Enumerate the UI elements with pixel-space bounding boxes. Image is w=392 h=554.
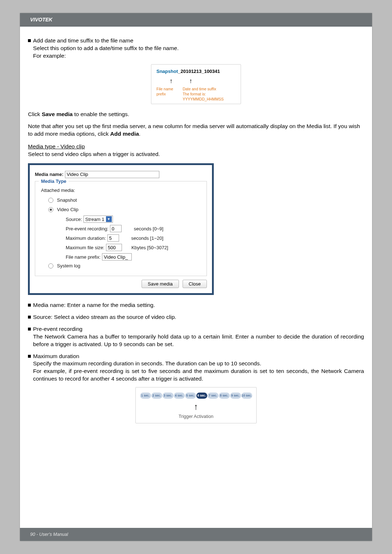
- example-suffix: _20101213_100341: [178, 69, 220, 74]
- snapshot-label: Snapshot: [57, 197, 77, 204]
- timeline-bubble: 4 sec.: [174, 393, 185, 399]
- suffix-title: Add date and time suffix to the file nam…: [33, 37, 179, 45]
- media-name-label: Media name:: [35, 171, 64, 178]
- videoclip-option[interactable]: Video Clip: [48, 206, 201, 213]
- bullet-source: Source: Select a video stream as the sou…: [28, 313, 364, 321]
- pre-event-hint: seconds [0~9]: [134, 226, 163, 232]
- prefix-input[interactable]: [102, 253, 132, 260]
- prefix-label: File name prefix:: [66, 254, 101, 260]
- radio-icon[interactable]: [48, 263, 53, 268]
- media-type-line: Select to send video clips when a trigge…: [28, 151, 364, 158]
- videoclip-label: Video Clip: [57, 206, 78, 213]
- save-media-button[interactable]: Save media: [142, 280, 179, 288]
- timeline-bubble: 9 sec.: [230, 393, 241, 399]
- snapshot-option[interactable]: Snapshot: [48, 197, 201, 204]
- suffix-bullet: Add date and time suffix to the file nam…: [28, 37, 364, 60]
- bullet-max-duration-title: Maximum duration: [33, 353, 364, 360]
- bullet-max-duration-line1: Specify the maximum recording duration i…: [33, 360, 364, 368]
- pre-event-label: Pre-event recording:: [66, 226, 109, 232]
- example-filename: Snapshot_20101213_100341: [156, 68, 237, 75]
- note-bold: Add media: [110, 131, 139, 137]
- filename-example-box: Snapshot_20101213_100341 ↑ ↑ File name p…: [151, 64, 241, 104]
- radio-icon[interactable]: [48, 198, 53, 203]
- timeline-bubble: 1 sec.: [140, 393, 151, 399]
- form-button-row: Save media Close: [35, 280, 207, 288]
- bullet-max-duration: Maximum duration Specify the maximum rec…: [28, 353, 364, 383]
- videoclip-subfields: Source: Stream 1 ▼ Pre-event recording: …: [48, 216, 201, 260]
- note-part2: .: [139, 131, 140, 137]
- suffix-text-block: Add date and time suffix to the file nam…: [33, 37, 179, 60]
- bullet-source-text: Source: Select a video stream as the sou…: [33, 313, 176, 321]
- square-bullet-icon: [28, 355, 31, 358]
- pre-event-row: Pre-event recording: seconds [0~9]: [66, 225, 201, 232]
- bullet-pre-event: Pre-event recording The Network Camera h…: [28, 325, 364, 348]
- fieldset-legend: Media Type: [39, 178, 69, 185]
- square-bullet-icon: [28, 304, 31, 307]
- suffix-line2: For example:: [33, 52, 179, 60]
- bullet-pre-event-title: Pre-event recording: [33, 325, 364, 333]
- max-size-label: Maximum file size:: [66, 245, 105, 251]
- timeline-bubble: 3 sec.: [163, 393, 173, 399]
- media-name-input[interactable]: [65, 171, 159, 178]
- note-part1: Note that after you set up the first med…: [28, 123, 360, 137]
- arrow-up-icon: ↑: [170, 77, 173, 85]
- max-duration-input[interactable]: [107, 234, 119, 242]
- max-duration-hint: seconds [1~20]: [131, 235, 164, 242]
- timeline-bubble: 8 sec.: [219, 393, 230, 399]
- click-save-pre: Click: [28, 111, 42, 117]
- prefix-row: File name prefix:: [66, 253, 201, 260]
- timeline-bubble: 2 sec.: [151, 393, 162, 399]
- source-row: Source: Stream 1 ▼: [66, 216, 201, 223]
- max-duration-label: Maximum duration:: [66, 235, 106, 242]
- media-type-heading: Media type - Video clip: [28, 143, 364, 151]
- chevron-down-icon[interactable]: ▼: [106, 216, 112, 222]
- radio-icon[interactable]: [48, 207, 53, 212]
- example-labels: File name prefix Date and time suffix Th…: [156, 86, 237, 102]
- suffix-line1: Select this option to add a date/time su…: [33, 45, 179, 52]
- square-bullet-icon: [28, 328, 31, 331]
- timeline-bubble: 7 sec.: [208, 393, 219, 399]
- bullet-pre-event-text: The Network Camera has a buffer to tempo…: [33, 333, 364, 348]
- example-label-format: The format is: YYYYMMDD_HHMMSS: [183, 91, 237, 102]
- timeline-bubble: 10 sec.: [241, 393, 252, 399]
- arrow-up-icon: ↑: [139, 401, 253, 413]
- footer-bar: 90 - User's Manual: [20, 528, 372, 541]
- click-save-post: to enable the settings.: [73, 111, 129, 117]
- example-label-prefix: File name prefix: [156, 86, 179, 102]
- brand-text: VIVOTEK: [30, 17, 52, 22]
- timeline-box: 1 sec.2 sec.3 sec.4 sec.5 sec.6 sec.7 se…: [135, 387, 257, 423]
- click-save-bold: Save media: [42, 111, 73, 117]
- max-size-hint: Kbytes [50~3072]: [131, 245, 168, 251]
- bullet-max-duration-line2: For example, if pre-event recording is s…: [33, 368, 364, 383]
- max-size-input[interactable]: [106, 244, 122, 251]
- header-bar: VIVOTEK: [20, 13, 372, 26]
- square-bullet-icon: [28, 316, 31, 319]
- media-name-row: Media name:: [35, 171, 207, 178]
- note-paragraph: Note that after you set up the first med…: [28, 123, 364, 138]
- attached-media-label: Attached media:: [41, 187, 201, 194]
- source-label: Source:: [66, 216, 82, 223]
- bullet-pre-event-body: Pre-event recording The Network Camera h…: [33, 325, 364, 348]
- footer-text: 90 - User's Manual: [30, 532, 68, 537]
- source-select[interactable]: Stream 1 ▼: [83, 216, 113, 223]
- click-save-line: Click Save media to enable the settings.: [28, 111, 364, 118]
- arrow-up-icon: ↑: [189, 77, 192, 85]
- systemlog-option[interactable]: System log: [48, 263, 201, 269]
- example-label-suffix-group: Date and time suffix The format is: YYYY…: [183, 86, 237, 102]
- media-form-frame: Media name: Media Type Attached media: S…: [28, 163, 214, 295]
- bullet-max-duration-body: Maximum duration Specify the maximum rec…: [33, 353, 364, 383]
- media-type-block: Media type - Video clip Select to send v…: [28, 143, 364, 158]
- bullet-media-name: Media name: Enter a name for the media s…: [28, 301, 364, 309]
- example-prefix: Snapshot: [156, 69, 178, 74]
- pre-event-input[interactable]: [110, 225, 122, 232]
- source-value: Stream 1: [85, 216, 105, 223]
- content-area: Add date and time suffix to the file nam…: [20, 27, 372, 423]
- close-button[interactable]: Close: [183, 280, 207, 288]
- timeline-bubble: 5 sec.: [185, 393, 196, 399]
- timeline-bubble: 6 sec.: [196, 393, 207, 399]
- max-size-row: Maximum file size: Kbytes [50~3072]: [66, 244, 201, 251]
- square-bullet-icon: [28, 39, 31, 42]
- example-arrow-row: ↑ ↑: [156, 77, 237, 85]
- page: VIVOTEK Add date and time suffix to the …: [20, 13, 372, 541]
- example-label-suffix: Date and time suffix: [183, 86, 237, 91]
